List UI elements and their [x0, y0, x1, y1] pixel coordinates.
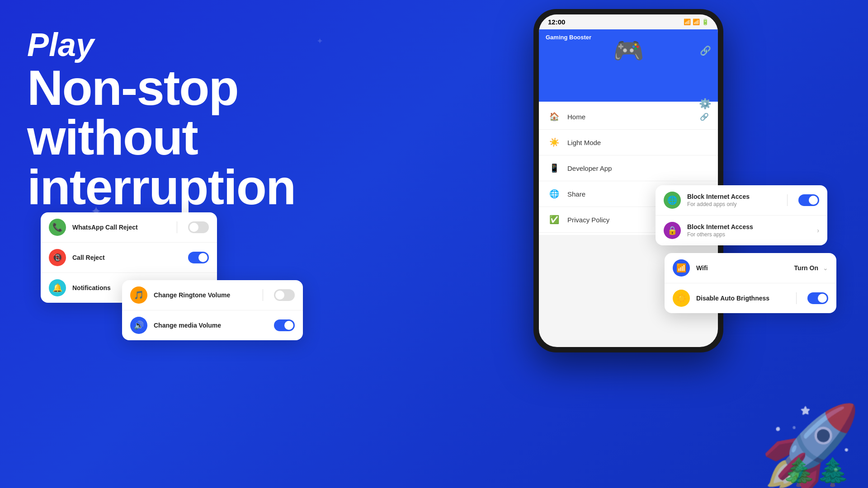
lightmode-icon: ☀️: [548, 136, 561, 149]
wifi-row[interactable]: 📶 Wifi Turn On ⌄: [665, 253, 836, 283]
ringtone-text: Change Ringtone Volume: [154, 291, 256, 299]
share-menu-icon: 🌐: [548, 188, 561, 200]
ringtone-label: Change Ringtone Volume: [154, 291, 256, 299]
media-label: Change media Volume: [154, 322, 268, 329]
ringtone-icon: 🎵: [130, 286, 147, 304]
home-icon: 🏠: [548, 110, 561, 123]
card-wifi: 📶 Wifi Turn On ⌄ ☀️ Disable Auto Brigthn…: [665, 253, 836, 313]
share-label: Share: [567, 190, 585, 198]
block-internet-icon: 🌐: [664, 192, 681, 209]
whatsapp-text: WhatsApp Call Reject: [72, 224, 170, 231]
menu-item-lightmode[interactable]: ☀️ Light Mode: [539, 130, 718, 155]
status-bar: 12:00 📶 📶 🔋: [539, 14, 718, 29]
status-icons: 📶 📶 🔋: [684, 19, 709, 25]
wifi-status-icon: 📶: [684, 19, 691, 25]
wifi-action-dropdown[interactable]: Turn On ⌄: [794, 264, 828, 272]
separator-3: [787, 194, 788, 206]
hero-section: Play Non-stop without interruption: [27, 27, 295, 212]
wifi-turn-on-label: Turn On: [794, 264, 818, 272]
block-others-label: Block Internet Access: [687, 223, 811, 230]
block-others-icon: 🔒: [664, 222, 681, 239]
card-volume: 🎵 Change Ringtone Volume 🔊 Change media …: [122, 280, 303, 340]
main-title-line2: without: [27, 113, 295, 162]
notifications-icon: 🔔: [49, 279, 66, 296]
toggle-thumb-6: [818, 294, 827, 303]
media-toggle[interactable]: [274, 319, 295, 331]
card-internet: 🌐 Block Internet Acces For added apps on…: [656, 185, 827, 245]
toggle-thumb-4: [284, 321, 293, 330]
lightmode-label: Light Mode: [567, 139, 601, 146]
privacy-icon: ✅: [548, 213, 561, 226]
developer-label: Developer App: [567, 164, 612, 172]
block-others-row: 🔒 Block Internet Access For others apps …: [656, 216, 827, 245]
app-header: Gaming Booster 🎮 🔗: [539, 29, 718, 102]
toggle-thumb-1: [189, 223, 198, 232]
media-text: Change media Volume: [154, 322, 268, 329]
brightness-text: Disable Auto Brigthness: [696, 295, 790, 302]
scenery-decoration: 🌲🌲: [782, 456, 850, 488]
block-internet-text: Block Internet Acces For added apps only: [687, 193, 781, 207]
arrow-icon: ›: [817, 227, 819, 234]
call-reject-text: Call Reject: [72, 254, 182, 261]
menu-item-home[interactable]: 🏠 Home 🔗: [539, 104, 718, 130]
signal-icon: 📶: [693, 19, 700, 25]
toggle-thumb-3: [275, 291, 284, 300]
home-label: Home: [567, 113, 585, 121]
block-internet-label: Block Internet Acces: [687, 193, 781, 200]
call-reject-row: 📵 Call Reject: [41, 243, 217, 273]
brightness-label: Disable Auto Brigthness: [696, 295, 790, 302]
app-name: Gaming Booster: [546, 34, 591, 41]
main-title-line3: interruption: [27, 162, 295, 212]
ringtone-toggle[interactable]: [274, 289, 295, 301]
whatsapp-icon: 📞: [49, 219, 66, 236]
game-controller-icon: 🎮: [613, 36, 644, 66]
block-others-subtitle: For others apps: [687, 231, 811, 238]
block-others-text: Block Internet Access For others apps: [687, 223, 811, 238]
wifi-chevron-icon: ⌄: [823, 264, 828, 272]
ringtone-row: 🎵 Change Ringtone Volume: [122, 280, 303, 310]
call-reject-label: Call Reject: [72, 254, 182, 261]
block-internet-subtitle: For added apps only: [687, 201, 781, 207]
share-icon-header[interactable]: 🔗: [700, 45, 711, 56]
play-label: Play: [27, 27, 295, 63]
whatsapp-label: WhatsApp Call Reject: [72, 224, 170, 231]
settings-gear-icon[interactable]: ⚙️: [699, 98, 711, 110]
toggle-thumb-2: [198, 253, 208, 262]
star-deco-3: ✦: [316, 36, 323, 46]
whatsapp-toggle[interactable]: [188, 221, 209, 233]
separator-1: [177, 221, 177, 233]
block-internet-row: 🌐 Block Internet Acces For added apps on…: [656, 185, 827, 216]
developer-icon: 📱: [548, 162, 561, 174]
wifi-text: Wifi: [696, 264, 788, 272]
media-volume-row: 🔊 Change media Volume: [122, 310, 303, 340]
share-action-icon[interactable]: 🔗: [700, 113, 709, 121]
brightness-icon: ☀️: [673, 290, 690, 307]
time-display: 12:00: [548, 18, 565, 26]
battery-icon: 🔋: [702, 19, 709, 25]
separator-4: [796, 292, 797, 304]
brightness-row: ☀️ Disable Auto Brigthness: [665, 283, 836, 313]
call-reject-toggle[interactable]: [188, 252, 209, 263]
wifi-icon: 📶: [673, 259, 690, 277]
wifi-label: Wifi: [696, 264, 788, 272]
main-title-line1: Non-stop: [27, 63, 295, 113]
brightness-toggle[interactable]: [807, 292, 828, 304]
block-internet-toggle[interactable]: [798, 194, 819, 206]
menu-item-developer[interactable]: 📱 Developer App: [539, 155, 718, 181]
privacy-label: Privacy Policy: [567, 216, 609, 224]
whatsapp-call-reject-row: 📞 WhatsApp Call Reject: [41, 212, 217, 243]
toggle-thumb-5: [809, 196, 818, 205]
call-reject-icon: 📵: [49, 249, 66, 266]
separator-2: [263, 289, 263, 301]
media-icon: 🔊: [130, 317, 147, 334]
